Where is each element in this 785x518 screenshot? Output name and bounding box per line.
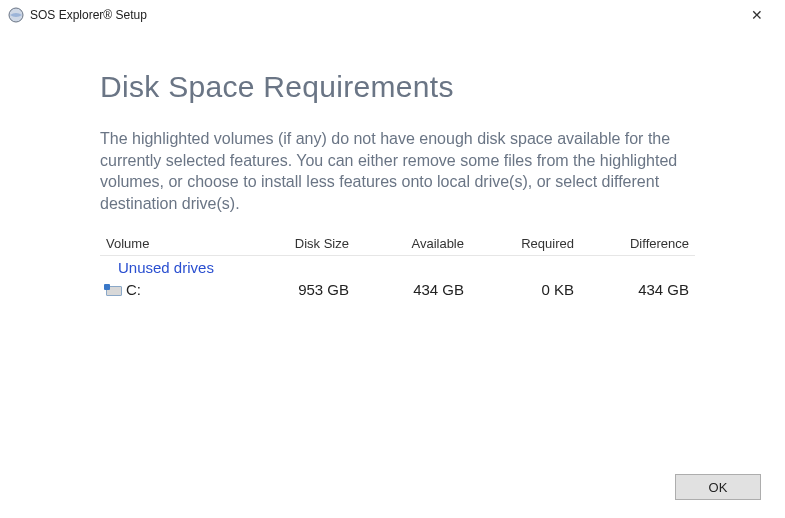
drive-icon xyxy=(106,284,122,296)
page-title: Disk Space Requirements xyxy=(100,70,725,104)
table-header: Volume Disk Size Available Required Diff… xyxy=(100,232,695,256)
ok-button[interactable]: OK xyxy=(675,474,761,500)
cell-required: 0 KB xyxy=(470,281,580,298)
col-disk-size[interactable]: Disk Size xyxy=(240,236,355,251)
content-area: Disk Space Requirements The highlighted … xyxy=(0,30,785,300)
window-title: SOS Explorer® Setup xyxy=(30,8,737,22)
disk-table: Volume Disk Size Available Required Diff… xyxy=(100,232,695,300)
cell-available: 434 GB xyxy=(355,281,470,298)
col-required[interactable]: Required xyxy=(470,236,580,251)
col-available[interactable]: Available xyxy=(355,236,470,251)
group-unused-drives: Unused drives xyxy=(100,256,695,279)
col-difference[interactable]: Difference xyxy=(580,236,695,251)
footer: OK xyxy=(675,474,761,500)
app-icon xyxy=(8,7,24,23)
cell-volume: C: xyxy=(100,281,240,298)
col-volume[interactable]: Volume xyxy=(100,236,240,251)
cell-disk-size: 953 GB xyxy=(240,281,355,298)
table-row[interactable]: C: 953 GB 434 GB 0 KB 434 GB xyxy=(100,279,695,300)
close-icon[interactable]: ✕ xyxy=(737,7,777,23)
titlebar: SOS Explorer® Setup ✕ xyxy=(0,0,785,30)
page-description: The highlighted volumes (if any) do not … xyxy=(100,128,700,214)
volume-label: C: xyxy=(126,281,141,298)
cell-difference: 434 GB xyxy=(580,281,695,298)
